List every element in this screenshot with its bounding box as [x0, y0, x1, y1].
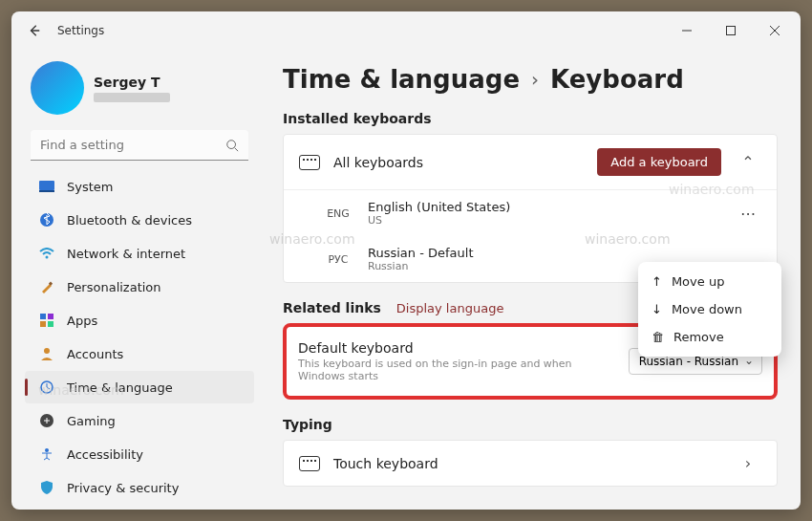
ctx-remove[interactable]: 🗑Remove — [644, 323, 776, 351]
minimize-button[interactable] — [665, 11, 709, 50]
close-button[interactable] — [753, 11, 797, 50]
sidebar-item-label: Gaming — [67, 414, 116, 428]
shield-icon — [38, 479, 55, 496]
default-keyboard-desc: This keyboard is used on the sign-in pag… — [298, 358, 617, 382]
ctx-label: Move down — [672, 302, 742, 316]
sidebar-item-label: Accounts — [67, 347, 123, 361]
person-icon — [38, 345, 55, 362]
accessibility-icon — [38, 445, 55, 463]
sidebar-item-accounts[interactable]: Accounts — [25, 337, 254, 370]
svg-rect-1 — [727, 27, 736, 35]
brush-icon — [38, 278, 55, 295]
svg-point-7 — [46, 256, 49, 259]
wifi-icon — [38, 245, 55, 262]
more-options-button[interactable]: ⋯ — [735, 201, 761, 227]
trash-icon: 🗑 — [652, 330, 664, 344]
dropdown-value: Russian - Russian — [639, 355, 738, 368]
sidebar-item-personalization[interactable]: Personalization — [25, 271, 254, 303]
related-links-label: Related links — [283, 300, 381, 315]
svg-line-3 — [235, 148, 239, 152]
sidebar-item-privacy[interactable]: Privacy & security — [25, 471, 254, 504]
installed-keyboards-heading: Installed keyboards — [283, 111, 778, 126]
breadcrumb: Time & language › Keyboard — [283, 65, 778, 94]
close-icon — [770, 26, 780, 35]
typing-heading: Typing — [283, 417, 778, 432]
sidebar-item-bluetooth[interactable]: Bluetooth & devices — [25, 204, 254, 236]
chevron-right-icon: › — [531, 68, 539, 91]
nav-list: System Bluetooth & devices Network & int… — [19, 170, 260, 504]
breadcrumb-current: Keyboard — [550, 65, 684, 94]
profile-email-redacted — [94, 93, 170, 102]
avatar — [31, 61, 84, 115]
search-input[interactable] — [31, 130, 248, 161]
sidebar-item-gaming[interactable]: Gaming — [25, 404, 254, 437]
sidebar-item-time-language[interactable]: Time & language — [25, 371, 254, 403]
chevron-up-icon[interactable]: ⌃ — [735, 153, 761, 171]
lang-name: English (United States) — [368, 200, 510, 214]
lang-sub: US — [368, 214, 510, 227]
sidebar-item-label: Accessibility — [67, 447, 143, 462]
ctx-label: Remove — [673, 330, 724, 344]
back-arrow-icon — [28, 24, 41, 37]
add-keyboard-button[interactable]: Add a keyboard — [597, 148, 721, 176]
lang-tag: ENG — [322, 207, 354, 220]
apps-icon — [38, 312, 55, 329]
ctx-move-up[interactable]: ↑Move up — [644, 268, 776, 295]
sidebar-item-accessibility[interactable]: Accessibility — [25, 438, 254, 470]
keyboard-icon — [299, 456, 320, 471]
keyboard-icon — [299, 155, 320, 170]
sidebar-item-network[interactable]: Network & internet — [25, 237, 254, 270]
default-keyboard-title: Default keyboard — [298, 340, 617, 356]
maximize-button[interactable] — [709, 11, 753, 50]
profile-block[interactable]: Sergey T — [19, 57, 260, 126]
sidebar-item-label: Network & internet — [67, 247, 185, 261]
all-keyboards-label: All keyboards — [333, 155, 584, 170]
chevron-right-icon: › — [735, 454, 761, 472]
context-menu: ↑Move up ↓Move down 🗑Remove — [638, 262, 781, 357]
svg-rect-9 — [40, 314, 46, 319]
sidebar-item-label: Bluetooth & devices — [67, 213, 192, 228]
all-keyboards-row[interactable]: All keyboards Add a keyboard ⌃ — [284, 135, 777, 190]
maximize-icon — [726, 26, 736, 35]
titlebar: Settings — [11, 11, 801, 50]
lang-tag: РУС — [322, 253, 354, 266]
sidebar-item-label: Privacy & security — [67, 481, 179, 495]
bluetooth-icon — [38, 211, 55, 228]
svg-rect-10 — [48, 314, 53, 319]
sidebar-item-label: System — [67, 180, 113, 194]
arrow-up-icon: ↑ — [652, 274, 662, 289]
back-button[interactable] — [15, 11, 53, 50]
arrow-down-icon: ↓ — [652, 302, 662, 316]
search-box — [31, 130, 248, 161]
globe-clock-icon — [38, 379, 55, 396]
installed-keyboards-card: All keyboards Add a keyboard ⌃ ENG Engli… — [283, 134, 778, 283]
sidebar-item-label: Personalization — [67, 280, 161, 294]
content-area: Sergey T System Bluetooth & devices Netw… — [11, 50, 801, 510]
ctx-label: Move up — [672, 274, 725, 289]
sidebar-item-label: Apps — [67, 314, 97, 328]
system-icon — [38, 178, 55, 195]
profile-name: Sergey T — [94, 75, 170, 90]
svg-rect-11 — [40, 321, 46, 327]
ctx-move-down[interactable]: ↓Move down — [644, 295, 776, 323]
settings-window: Settings Sergey T System Bluetooth & dev — [11, 11, 801, 510]
search-icon — [225, 138, 239, 156]
svg-point-2 — [227, 141, 236, 149]
breadcrumb-parent[interactable]: Time & language — [283, 65, 520, 94]
sidebar-item-system[interactable]: System — [25, 170, 254, 203]
sidebar: Sergey T System Bluetooth & devices Netw… — [11, 50, 260, 510]
display-language-link[interactable]: Display language — [396, 301, 504, 315]
sidebar-item-label: Time & language — [67, 380, 173, 395]
svg-point-13 — [44, 348, 50, 354]
sidebar-item-apps[interactable]: Apps — [25, 304, 254, 336]
svg-point-16 — [45, 448, 49, 452]
window-controls — [665, 11, 797, 50]
main-panel: Time & language › Keyboard Installed key… — [260, 50, 801, 510]
svg-rect-12 — [48, 321, 53, 327]
svg-rect-5 — [39, 190, 54, 192]
svg-rect-4 — [39, 181, 54, 190]
touch-keyboard-card[interactable]: Touch keyboard › — [283, 440, 778, 487]
keyboard-item-english[interactable]: ENG English (United States) US ⋯ — [284, 190, 777, 236]
lang-name: Russian - Default — [368, 246, 474, 260]
window-title: Settings — [57, 24, 104, 37]
